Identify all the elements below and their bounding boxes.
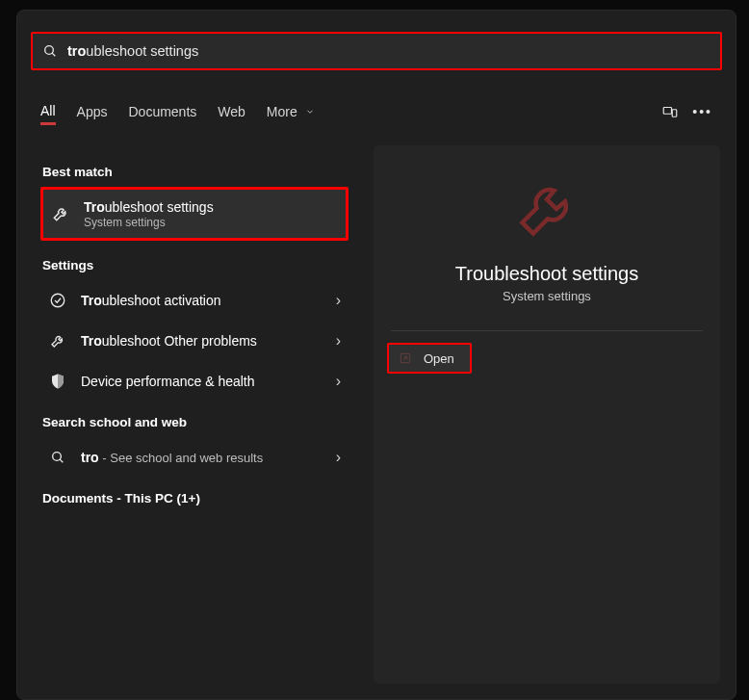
settings-result-other-problems[interactable]: Troubleshoot Other problems › (40, 321, 349, 361)
search-icon (42, 43, 58, 59)
settings-result-device-health[interactable]: Device performance & health › (40, 361, 349, 402)
chevron-right-icon: › (336, 292, 345, 309)
tab-all[interactable]: All (40, 97, 56, 125)
settings-result-activation[interactable]: Troubleshoot activation › (40, 280, 349, 321)
section-search-web: Search school and web (42, 415, 349, 429)
svg-point-4 (51, 294, 65, 307)
svg-rect-3 (673, 109, 678, 117)
svg-rect-2 (664, 107, 672, 114)
filter-tabs: All Apps Documents Web More ••• (40, 97, 712, 125)
svg-point-0 (45, 46, 54, 55)
panel-title: Troubleshoot settings (387, 263, 707, 285)
checkmark-circle-icon (44, 292, 71, 309)
tab-more[interactable]: More (267, 98, 315, 125)
chevron-right-icon: › (336, 373, 345, 390)
result-title: Device performance & health (81, 374, 336, 389)
wrench-icon (44, 332, 71, 350)
more-actions-icon[interactable]: ••• (692, 104, 712, 119)
result-title: tro - See school and web results (81, 450, 336, 465)
best-match-result[interactable]: Troubleshoot settings System settings (40, 187, 349, 241)
wrench-icon (47, 204, 74, 223)
section-documents-pc: Documents - This PC (1+) (42, 491, 349, 506)
devices-icon[interactable] (661, 103, 679, 120)
chevron-right-icon: › (336, 449, 345, 466)
svg-point-5 (53, 453, 62, 461)
chevron-right-icon: › (336, 332, 345, 350)
panel-divider (391, 330, 703, 331)
search-query-text: troubleshoot settings (67, 43, 198, 59)
open-button[interactable]: Open (387, 343, 472, 374)
search-input[interactable]: troubleshoot settings (31, 32, 722, 70)
results-left-column: Best match Troubleshoot settings System … (40, 155, 349, 513)
web-search-result[interactable]: tro - See school and web results › (40, 437, 349, 478)
open-button-label: Open (424, 351, 454, 366)
wrench-hero-icon (387, 176, 707, 242)
section-best-match: Best match (42, 165, 349, 179)
result-title: Troubleshoot activation (81, 293, 336, 308)
tab-web[interactable]: Web (218, 98, 245, 125)
result-subtitle: System settings (84, 216, 342, 229)
open-icon (399, 351, 412, 365)
start-search-menu: troubleshoot settings All Apps Documents… (16, 10, 736, 700)
search-icon (44, 450, 71, 465)
shield-icon (44, 373, 71, 390)
tab-documents[interactable]: Documents (128, 98, 196, 125)
result-title: Troubleshoot Other problems (81, 333, 336, 349)
chevron-down-icon (305, 107, 315, 117)
details-panel: Troubleshoot settings System settings Op… (374, 145, 720, 684)
result-title: Troubleshoot settings (84, 199, 342, 215)
tab-apps[interactable]: Apps (77, 98, 108, 125)
svg-line-1 (52, 53, 55, 56)
panel-subtitle: System settings (387, 289, 707, 303)
section-settings: Settings (42, 258, 349, 272)
svg-line-6 (60, 459, 63, 462)
